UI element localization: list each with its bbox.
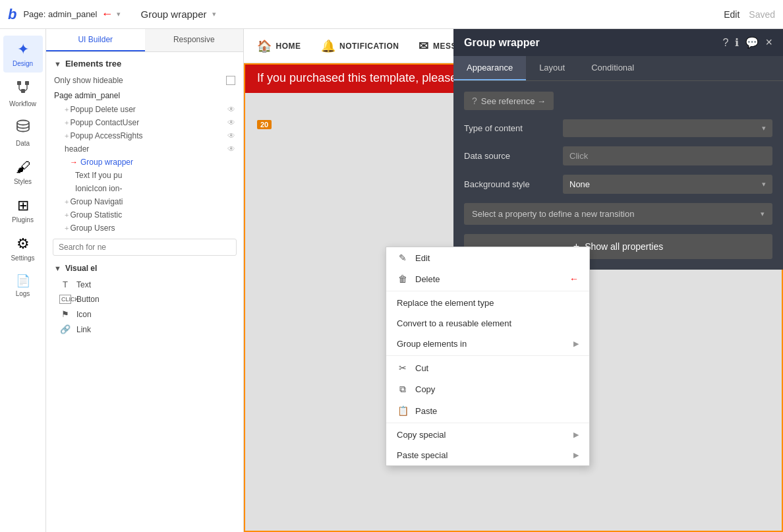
tree-item-label: Group Statistic <box>70 210 122 220</box>
ctx-copy-special[interactable]: Copy special ▶ <box>386 425 589 445</box>
visual-elements-label: Visual el <box>65 264 97 273</box>
gw-question-icon[interactable]: ? <box>723 37 729 49</box>
visual-elements-header: ▼ Visual el <box>46 260 243 277</box>
sidebar-item-plugins[interactable]: ⊞ Plugins <box>3 192 43 229</box>
background-style-row: Background style None ▾ <box>464 175 772 194</box>
page-dropdown-arrow[interactable]: ▾ <box>117 10 121 18</box>
tree-item-popup-access[interactable]: + Popup AccessRights 👁 <box>46 129 243 142</box>
text-icon: T <box>59 280 71 289</box>
ctx-divider-2 <box>386 355 589 356</box>
tree-item-group-stat[interactable]: + Group Statistic <box>46 208 243 222</box>
ctx-copy[interactable]: ⧉ Copy <box>386 378 589 400</box>
tab-ui-builder[interactable]: UI Builder <box>46 29 145 51</box>
tree-item-group-users[interactable]: + Group Users <box>46 222 243 235</box>
tree-item-popup-contact[interactable]: + Popup ContactUser 👁 <box>46 116 243 129</box>
bg-dropdown-arrow: ▾ <box>762 180 766 189</box>
tree-item-header[interactable]: header 👁 <box>46 142 243 156</box>
background-style-value: None <box>569 179 590 189</box>
transition-dropdown-arrow: ▾ <box>761 210 765 218</box>
tree-collapse-icon[interactable]: ▼ <box>54 60 61 68</box>
design-label: Design <box>13 60 33 67</box>
sidebar-item-logs[interactable]: 📄 Logs <box>3 268 43 303</box>
tab-responsive[interactable]: Responsive <box>145 29 244 51</box>
ctx-replace[interactable]: Replace the element type <box>386 293 589 313</box>
gw-header: Group wrapper ? ℹ 💬 × <box>453 29 783 56</box>
tree-item-label: Popup Delete user <box>70 105 135 114</box>
ve-collapse-icon[interactable]: ▼ <box>54 264 61 272</box>
tree-item-label: Popup ContactUser <box>70 118 139 127</box>
ctx-delete[interactable]: 🗑 Delete ← <box>386 268 589 289</box>
gw-tab-layout[interactable]: Layout <box>526 56 578 80</box>
group-wrapper-breadcrumb: Group wrapper ▾ <box>140 9 216 20</box>
gw-close-button[interactable]: × <box>765 36 772 49</box>
link-icon: 🔗 <box>59 324 71 334</box>
canvas-area: 🏠 HOME 🔔 NOTIFICATION ✉ MESSAGES → 20 If… <box>244 29 783 532</box>
type-of-content-dropdown[interactable]: ▾ <box>563 119 772 137</box>
ctx-paste-special[interactable]: Paste special ▶ <box>386 445 589 465</box>
copy-icon: ⧉ <box>397 384 409 395</box>
page-title[interactable]: Page: admin_panel ← ▾ <box>23 7 121 21</box>
edit-saved: Edit Saved <box>724 9 775 20</box>
background-style-dropdown[interactable]: None ▾ <box>563 175 772 194</box>
tree-item-label: header <box>65 144 89 154</box>
data-icon <box>15 119 31 138</box>
icon-icon: ⚑ <box>59 309 71 319</box>
tree-item-text[interactable]: Text If you pu <box>46 169 243 182</box>
edit-icon: ✎ <box>397 252 409 263</box>
ve-item-link[interactable]: 🔗 Link <box>46 322 243 337</box>
tree-item-group-nav[interactable]: + Group Navigati <box>46 195 243 208</box>
eye-icon[interactable]: 👁 <box>227 144 235 154</box>
ctx-edit[interactable]: ✎ Edit <box>386 247 589 268</box>
nav-home[interactable]: 🏠 HOME <box>257 39 301 53</box>
eye-icon[interactable]: 👁 <box>227 118 235 127</box>
gw-info-icon[interactable]: ℹ <box>735 36 739 49</box>
edit-label[interactable]: Edit <box>724 9 740 20</box>
svg-rect-2 <box>21 89 25 93</box>
tree-item-label: IonicIcon ion- <box>75 184 122 193</box>
show-hideable-row: Only show hideable <box>46 73 243 88</box>
elements-tree-header: ▼ Elements tree <box>46 52 243 73</box>
tree-item-group-wrapper[interactable]: → Group wrapper <box>46 156 243 169</box>
ctx-group[interactable]: Group elements in ▶ <box>386 334 589 354</box>
data-source-label: Data source <box>464 151 556 161</box>
logs-label: Logs <box>16 290 30 297</box>
ctx-cut[interactable]: ✂ Cut <box>386 357 589 378</box>
ve-item-label: Icon <box>76 310 92 319</box>
ctx-paste[interactable]: 📋 Paste <box>386 400 589 421</box>
ctx-convert-label: Convert to a reusable element <box>397 318 511 328</box>
settings-label: Settings <box>11 254 34 262</box>
svg-rect-1 <box>25 81 29 85</box>
ve-item-text[interactable]: T Text <box>46 277 243 292</box>
type-of-content-row: Type of content ▾ <box>464 119 772 137</box>
gw-comment-icon[interactable]: 💬 <box>745 36 759 49</box>
transition-select-row[interactable]: Select a property to define a new transi… <box>464 203 772 225</box>
data-source-input[interactable]: Click <box>563 146 772 165</box>
eye-icon[interactable]: 👁 <box>227 105 235 114</box>
show-hideable-label: Only show hideable <box>54 76 123 85</box>
ctx-paste-label: Paste <box>415 406 437 416</box>
gw-tab-conditional[interactable]: Conditional <box>578 56 647 80</box>
sidebar-item-styles[interactable]: 🖌 Styles <box>3 154 43 191</box>
ctx-divider-3 <box>386 423 589 423</box>
gw-tab-appearance[interactable]: Appearance <box>453 56 526 80</box>
gw-panel-title: Group wrapper <box>464 37 540 49</box>
logo: b <box>8 6 16 23</box>
design-icon: ✦ <box>17 41 29 58</box>
eye-icon[interactable]: 👁 <box>227 131 235 140</box>
tree-item-popup-delete[interactable]: + Popup Delete user 👁 <box>46 103 243 116</box>
button-icon: CLICK <box>59 295 71 304</box>
nav-notification[interactable]: 🔔 NOTIFICATION <box>321 39 399 53</box>
sidebar-item-design[interactable]: ✦ Design <box>3 36 43 73</box>
sidebar-item-data[interactable]: Data <box>3 114 43 152</box>
search-input[interactable] <box>53 239 237 256</box>
sidebar-item-workflow[interactable]: Workflow <box>3 74 43 113</box>
ve-item-icon[interactable]: ⚑ Icon <box>46 307 243 322</box>
tree-item-ionic-icon[interactable]: IonicIcon ion- <box>46 182 243 195</box>
show-hideable-checkbox[interactable] <box>226 76 235 85</box>
ve-item-button[interactable]: CLICK Button <box>46 292 243 307</box>
gw-dropdown-arrow[interactable]: ▾ <box>212 10 216 18</box>
group-wrapper-panel: Group wrapper ? ℹ 💬 × Appearance Layout … <box>453 29 783 270</box>
sidebar-item-settings[interactable]: ⚙ Settings <box>3 230 43 267</box>
see-reference-button[interactable]: ? See reference → <box>464 92 554 110</box>
ctx-convert[interactable]: Convert to a reusable element <box>386 313 589 334</box>
